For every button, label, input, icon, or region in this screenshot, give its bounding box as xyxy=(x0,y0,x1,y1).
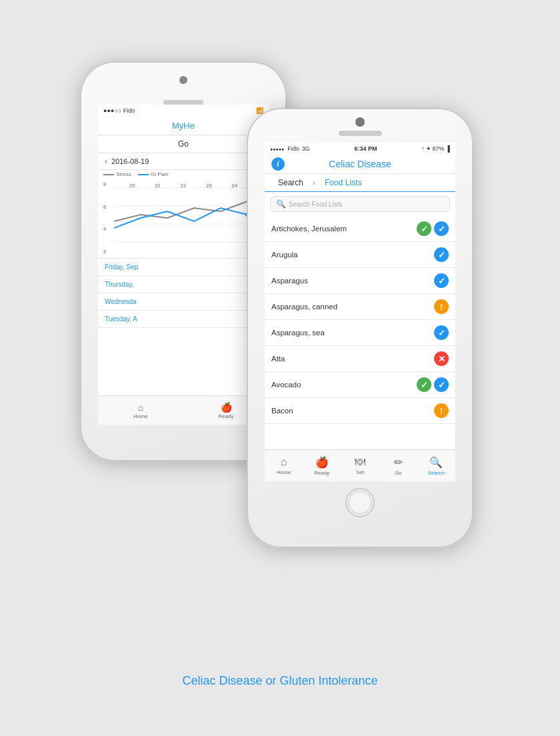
home-icon: ⌂ xyxy=(281,456,287,468)
stress-label: Stress xyxy=(116,171,131,177)
food-status-icons: ! xyxy=(434,403,449,418)
network-label: 3G xyxy=(302,145,310,152)
food-list: Artichokes, Jerusalem ✓ ✓ Arugula ✓ Aspa… xyxy=(265,216,455,449)
safe-green-icon: ✓ xyxy=(417,377,431,392)
nav-tabs: Search › Food Lists xyxy=(265,174,455,192)
front-tab-search[interactable]: 🔍 Search xyxy=(417,450,455,481)
search-input-icon: 🔍 xyxy=(276,199,286,209)
list-item[interactable]: Friday, Sep xyxy=(98,259,269,276)
front-camera xyxy=(355,117,365,127)
safe-blue-icon: ✓ xyxy=(434,221,449,236)
safe-green-icon: ✓ xyxy=(417,221,431,236)
nav-chevron-icon: › xyxy=(310,178,318,187)
back-go-label: Go xyxy=(178,139,189,149)
search-bar[interactable]: 🔍 Search Food Lists xyxy=(270,196,450,212)
apple-icon: 🍎 xyxy=(221,402,232,413)
food-name: Arugula xyxy=(271,251,434,259)
front-status-bar: ●●●●● Fido 3G 6:34 PM ↑ ✦ 87% ▐ xyxy=(265,143,455,155)
back-tab-home[interactable]: ⌂ Home xyxy=(98,396,183,425)
signal-dots: ●●●●● xyxy=(270,147,284,151)
search-icon: 🔍 xyxy=(429,456,443,469)
front-tab-set-label: Set xyxy=(356,469,364,475)
front-time: 6:34 PM xyxy=(354,145,377,152)
tab-search[interactable]: Search xyxy=(271,174,310,191)
warning-icon: ! xyxy=(434,403,449,418)
list-item[interactable]: Artichokes, Jerusalem ✓ ✓ xyxy=(265,216,455,242)
battery-label: 87% xyxy=(433,145,445,152)
list-item[interactable]: Atta ✕ xyxy=(265,346,455,372)
back-day-items: Friday, Sep Thursday, Wednesda Tuesday, … xyxy=(98,259,269,328)
list-item[interactable]: Thursday, xyxy=(98,276,269,293)
safe-blue-icon: ✓ xyxy=(434,247,449,262)
list-item[interactable]: Bacon ! xyxy=(265,398,455,424)
safe-blue-icon: ✓ xyxy=(434,325,449,340)
back-legend: Stress GI Pain xyxy=(98,170,269,179)
front-header-title: Celiac Disease xyxy=(329,159,391,169)
info-icon[interactable]: i xyxy=(271,157,285,171)
gi-pain-line-icon xyxy=(138,174,149,175)
back-camera xyxy=(179,76,187,84)
back-tab-bar: ⌂ Home 🍎 Ready xyxy=(98,395,269,425)
front-tab-go[interactable]: ✏ Go xyxy=(379,450,417,481)
home-icon: ⌂ xyxy=(138,402,143,413)
front-tab-go-label: Go xyxy=(395,470,402,476)
food-name: Asparagus xyxy=(271,277,434,285)
food-name: Artichokes, Jerusalem xyxy=(271,225,417,233)
chart-y-labels: 8642 xyxy=(103,181,106,255)
legend-gi-pain: GI Pain xyxy=(138,171,169,177)
search-placeholder: Search Food Lists xyxy=(289,201,343,208)
unsafe-icon: ✕ xyxy=(434,351,449,366)
food-status-icons: ✕ xyxy=(434,351,449,366)
list-item[interactable]: Tuesday, A xyxy=(98,311,269,328)
stress-line-icon xyxy=(103,174,114,175)
chart-svg xyxy=(114,181,263,255)
front-tab-ready-label: Ready xyxy=(314,470,329,476)
warning-icon: ! xyxy=(434,299,449,314)
back-header-title: MyHe xyxy=(172,121,195,131)
food-status-icons: ✓ ✓ xyxy=(417,377,449,392)
front-tab-home[interactable]: ⌂ Home xyxy=(265,450,303,481)
food-name: Asparagus, canned xyxy=(271,303,434,311)
set-icon: 🍽 xyxy=(355,456,365,468)
front-speaker xyxy=(339,131,382,136)
info-label: i xyxy=(277,159,279,169)
list-item[interactable]: Asparagus, canned ! xyxy=(265,294,455,320)
carrier-label: Fido xyxy=(287,145,299,152)
list-item[interactable]: Wednesda xyxy=(98,293,269,311)
food-status-icons: ! xyxy=(434,299,449,314)
legend-stress: Stress xyxy=(103,171,131,177)
back-screen: ●●●○○ Fido 📶 MyHe Go ‹ 2016-08-19 Stress xyxy=(98,105,269,425)
front-tab-home-label: Home xyxy=(277,469,291,475)
apple-icon: 🍎 xyxy=(315,456,329,469)
home-button[interactable] xyxy=(345,488,375,517)
list-item[interactable]: Asparagus, sea ✓ xyxy=(265,320,455,346)
list-item[interactable]: Asparagus ✓ xyxy=(265,268,455,294)
food-status-icons: ✓ ✓ xyxy=(417,221,449,236)
tab-food-lists[interactable]: Food Lists xyxy=(318,174,368,191)
back-speaker xyxy=(163,100,203,105)
back-chart: 8642 2021222324 xyxy=(98,179,269,259)
front-header: i Celiac Disease xyxy=(265,155,455,174)
home-button-inner xyxy=(349,491,371,514)
list-item[interactable]: Arugula ✓ xyxy=(265,242,455,268)
food-status-icons: ✓ xyxy=(434,273,449,288)
bluetooth-icon: ✦ xyxy=(426,145,431,152)
front-status-left: ●●●●● Fido 3G xyxy=(270,145,310,152)
food-name: Avocado xyxy=(271,381,417,389)
list-item[interactable]: Avocado ✓ ✓ xyxy=(265,372,455,398)
front-tab-set[interactable]: 🍽 Set xyxy=(341,450,379,481)
back-status-bar: ●●●○○ Fido 📶 xyxy=(98,105,269,117)
safe-blue-icon: ✓ xyxy=(434,377,449,392)
battery-icon: ▐ xyxy=(446,145,450,152)
back-carrier: ●●●○○ Fido xyxy=(103,107,135,114)
back-date-row: ‹ 2016-08-19 xyxy=(98,153,269,170)
back-tab-ready-label: Ready xyxy=(218,413,233,419)
food-name: Bacon xyxy=(271,407,434,415)
food-status-icons: ✓ xyxy=(434,247,449,262)
back-header: MyHe xyxy=(98,117,269,135)
food-name: Atta xyxy=(271,355,434,363)
gi-pain-label: GI Pain xyxy=(151,171,169,177)
front-phone: ●●●●● Fido 3G 6:34 PM ↑ ✦ 87% ▐ i Celiac… xyxy=(247,108,473,548)
front-tab-ready[interactable]: 🍎 Ready xyxy=(303,450,341,481)
go-icon: ✏ xyxy=(394,456,403,469)
